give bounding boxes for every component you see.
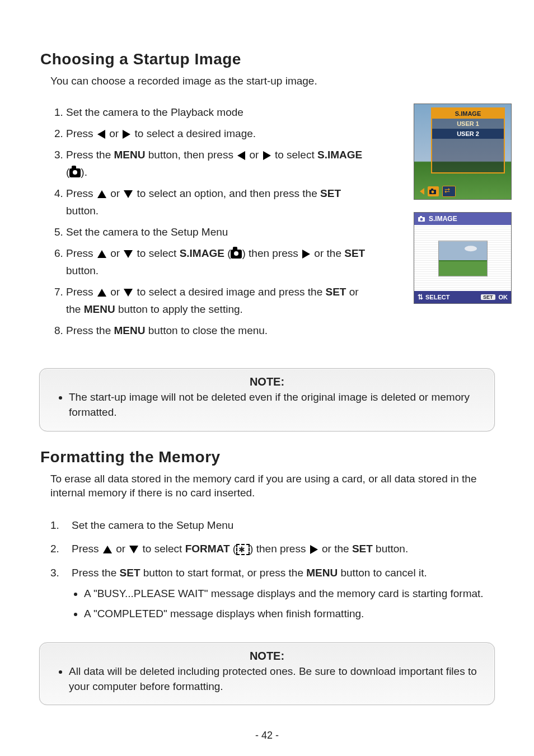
menu-option-user2: USER 2 xyxy=(432,129,504,139)
up-icon xyxy=(103,546,112,553)
note-box-startup-image: NOTE: The start-up image will not be del… xyxy=(39,368,495,431)
svg-rect-4 xyxy=(420,216,422,218)
camera-screenshots-column: S.IMAGE USER 1 USER 2 S.IMAGE xyxy=(414,104,512,304)
nav-swap-icon xyxy=(442,186,456,197)
step-item: Press the MENU button, then press or to … xyxy=(66,144,368,183)
page-number: - 42 - xyxy=(0,730,534,741)
step-item: Press or to select FORMAT () then press … xyxy=(50,537,512,561)
nav-left-arrow-icon xyxy=(420,188,424,195)
note-item: The start-up image will not be deleted e… xyxy=(69,389,477,420)
up-down-icon: ⇅ xyxy=(418,293,422,301)
screen-header: S.IMAGE xyxy=(414,213,511,225)
steps-formatting-memory: Set the camera to the Setup MenuPress or… xyxy=(50,514,512,627)
note-item: All data will be deleted including prote… xyxy=(69,664,477,694)
left-icon xyxy=(97,130,105,139)
camera-icon xyxy=(231,250,242,259)
note-box-formatting: NOTE: All data will be deleted including… xyxy=(39,642,495,705)
step-item: Set the camera to the Setup Menu xyxy=(50,514,512,537)
nav-camera-icon xyxy=(428,186,439,196)
right-icon xyxy=(302,250,310,259)
set-button-icon: SET xyxy=(481,294,495,300)
format-icon xyxy=(236,544,250,555)
up-icon xyxy=(97,190,106,198)
intro-startup-image: You can choose a recorded image as the s… xyxy=(50,74,512,88)
camera-icon xyxy=(418,215,425,222)
down-icon xyxy=(124,289,133,297)
intro-formatting-memory: To erase all data stored in the memory c… xyxy=(50,472,512,500)
heading-formatting-memory: Formatting the Memory xyxy=(40,448,512,466)
menu-title-row: S.IMAGE xyxy=(432,109,504,119)
camera-icon xyxy=(69,168,81,177)
svg-point-2 xyxy=(432,190,434,193)
up-icon xyxy=(97,250,106,258)
right-icon xyxy=(263,151,271,160)
onscreen-nav-bar xyxy=(420,186,456,197)
onscreen-menu: S.IMAGE USER 1 USER 2 xyxy=(431,107,505,173)
menu-option-user1: USER 1 xyxy=(432,119,504,129)
camera-screenshot-simage-menu: S.IMAGE USER 1 USER 2 xyxy=(414,104,512,200)
down-icon xyxy=(124,190,133,198)
down-icon xyxy=(129,546,138,553)
note-title: NOTE: xyxy=(57,375,477,388)
preview-thumbnail xyxy=(438,241,488,276)
sub-bullet: A "BUSY...PLEASE WAIT" message displays … xyxy=(84,584,512,604)
step-item: Press or to select an option, and then p… xyxy=(66,183,368,222)
sub-bullet: A "COMPLETED" message displays when fini… xyxy=(84,604,512,624)
step-item: Press or to select a desired image. xyxy=(66,123,368,144)
step-item: Press the SET button to start format, or… xyxy=(50,561,512,627)
steps-startup-image: Set the camera to the Playback modePress… xyxy=(50,102,368,342)
down-icon xyxy=(124,250,133,258)
up-icon xyxy=(97,289,106,297)
screen-footer: ⇅ SELECT SET OK xyxy=(414,291,511,303)
manual-page: Choosing a Startup Image You can choose … xyxy=(0,0,534,756)
step-item: Press the MENU button to close the menu. xyxy=(66,320,368,341)
step-item: Set the camera to the Setup Menu xyxy=(66,222,368,243)
svg-point-5 xyxy=(420,218,423,220)
right-icon xyxy=(123,130,130,139)
step-item: Press or to select S.IMAGE () then press… xyxy=(66,243,368,281)
step-item: Press or to select a desired image and p… xyxy=(66,281,368,320)
note-title: NOTE: xyxy=(57,650,477,663)
heading-choosing-startup-image: Choosing a Startup Image xyxy=(40,50,512,68)
left-icon xyxy=(237,151,245,160)
right-icon xyxy=(310,545,318,554)
camera-screenshot-simage-select: S.IMAGE ⇅ SELECT SET OK xyxy=(414,212,512,304)
step-item: Set the camera to the Playback mode xyxy=(66,102,368,123)
svg-rect-1 xyxy=(431,189,433,190)
